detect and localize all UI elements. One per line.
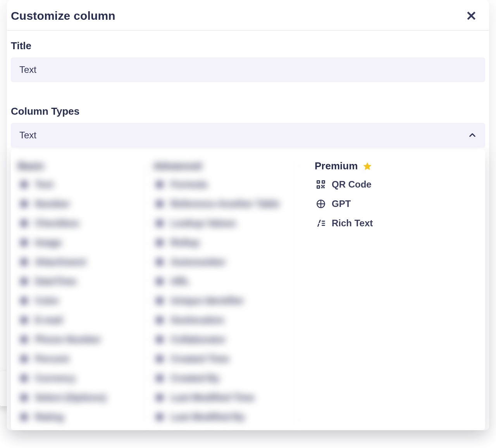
svg-rect-6	[21, 298, 27, 304]
type-group-advanced: Advanced Formula Reference Another Table…	[146, 160, 298, 426]
created-time-icon	[154, 353, 165, 364]
star-icon	[362, 161, 372, 171]
type-option-percent[interactable]: Percent	[18, 352, 135, 366]
type-option-text[interactable]: Text	[18, 177, 135, 191]
type-option-mod-by[interactable]: Last Modified By	[153, 410, 286, 424]
image-icon	[19, 237, 29, 248]
type-option-rich-text[interactable]: Rich Text	[315, 216, 474, 230]
type-option-reference[interactable]: Reference Another Table	[153, 197, 286, 211]
type-option-color[interactable]: Color	[18, 294, 135, 308]
percent-icon	[19, 353, 29, 364]
svg-rect-14	[157, 201, 163, 207]
lookup-icon	[154, 218, 165, 229]
type-group-advanced-items: Formula Reference Another Table Lookup V…	[153, 177, 286, 424]
collaborator-icon	[154, 334, 165, 345]
select-icon	[19, 392, 29, 403]
email-icon	[19, 315, 29, 326]
type-option-number[interactable]: Number	[18, 197, 135, 211]
svg-rect-16	[157, 240, 163, 246]
svg-rect-7	[21, 317, 27, 323]
svg-rect-23	[157, 375, 163, 381]
type-option-rating[interactable]: Rating	[18, 410, 135, 424]
svg-rect-18	[157, 278, 163, 284]
datetime-icon	[19, 276, 29, 287]
reference-icon	[154, 198, 165, 209]
svg-rect-4	[21, 259, 27, 265]
type-option-phone[interactable]: Phone Number	[18, 333, 135, 346]
title-field-label: Title	[11, 40, 485, 52]
type-option-mod-time[interactable]: Last Modified Time	[153, 391, 286, 405]
phone-icon	[19, 334, 29, 345]
type-option-collaborator[interactable]: Collaborator	[153, 333, 286, 346]
type-option-geo[interactable]: Geolocation	[153, 313, 286, 327]
svg-rect-40	[322, 225, 325, 226]
close-button[interactable]: ✕	[464, 9, 478, 22]
type-option-created-time[interactable]: Created Time	[153, 352, 286, 366]
svg-rect-8	[21, 336, 27, 343]
svg-rect-38	[322, 221, 325, 222]
modal-title: Customize column	[11, 9, 115, 22]
type-option-formula[interactable]: Formula	[153, 177, 286, 191]
type-option-uid[interactable]: Unique Identifier	[153, 294, 286, 308]
svg-rect-3	[21, 240, 27, 246]
number-icon	[19, 198, 29, 209]
type-group-basic: Basic Text Number Checkbox Image Attachm…	[11, 160, 146, 426]
svg-rect-0	[21, 181, 27, 188]
rollup-icon	[154, 237, 165, 248]
type-option-email[interactable]: E-mail	[18, 313, 135, 327]
svg-rect-39	[322, 223, 325, 224]
checkbox-icon	[19, 218, 29, 229]
svg-rect-21	[157, 336, 163, 343]
title-input-value: Text	[19, 64, 36, 75]
type-option-gpt[interactable]: GPT	[315, 197, 474, 211]
color-icon	[19, 295, 29, 306]
svg-rect-36	[322, 186, 324, 187]
type-group-basic-items: Text Number Checkbox Image Attachment Da…	[18, 177, 135, 424]
svg-rect-20	[157, 317, 163, 323]
type-option-select[interactable]: Select (Options)	[18, 391, 135, 405]
currency-icon	[19, 373, 29, 384]
qr-code-icon	[315, 179, 326, 190]
rich-text-icon	[315, 218, 326, 229]
mod-by-icon	[154, 412, 165, 422]
type-option-checkbox[interactable]: Checkbox	[18, 216, 135, 230]
type-option-lookup[interactable]: Lookup Values	[153, 216, 286, 230]
svg-rect-10	[21, 375, 27, 381]
formula-icon	[154, 179, 165, 190]
column-type-dropdown: Basic Text Number Checkbox Image Attachm…	[11, 149, 485, 430]
rating-icon	[19, 412, 29, 422]
type-group-heading: Premium	[315, 160, 474, 172]
title-input[interactable]: Text	[11, 57, 485, 82]
svg-rect-1	[21, 201, 27, 207]
modal-header: Customize column ✕	[7, 9, 489, 31]
svg-rect-13	[157, 181, 163, 188]
svg-rect-29	[323, 181, 324, 183]
svg-rect-5	[21, 278, 27, 284]
svg-rect-9	[21, 356, 27, 362]
type-group-premium-items: QR Code GPT	[315, 177, 474, 230]
type-option-label: QR Code	[332, 179, 372, 190]
svg-rect-17	[157, 259, 163, 265]
type-option-label: GPT	[332, 198, 351, 209]
svg-rect-12	[21, 414, 27, 420]
customize-column-modal: Customize column ✕ Title Text Column Typ…	[7, 0, 489, 430]
type-option-created-by[interactable]: Created By	[153, 371, 286, 385]
close-icon: ✕	[466, 9, 477, 23]
geo-icon	[154, 315, 165, 326]
type-option-currency[interactable]: Currency	[18, 371, 135, 385]
created-by-icon	[154, 373, 165, 384]
type-option-url[interactable]: URL	[153, 274, 286, 288]
svg-rect-22	[157, 356, 163, 362]
type-option-datetime[interactable]: DateTime	[18, 274, 135, 288]
svg-rect-25	[157, 414, 163, 420]
svg-rect-31	[318, 186, 319, 188]
type-option-qr-code[interactable]: QR Code	[315, 177, 474, 191]
attachment-icon	[19, 257, 29, 267]
type-option-autonumber[interactable]: Autonumber	[153, 255, 286, 269]
type-option-image[interactable]: Image	[18, 236, 135, 250]
column-type-select[interactable]: Text	[11, 123, 485, 148]
uid-icon	[154, 295, 165, 306]
type-group-heading: Advanced	[153, 160, 286, 172]
type-option-rollup[interactable]: Rollup	[153, 236, 286, 250]
type-option-attachment[interactable]: Attachment	[18, 255, 135, 269]
